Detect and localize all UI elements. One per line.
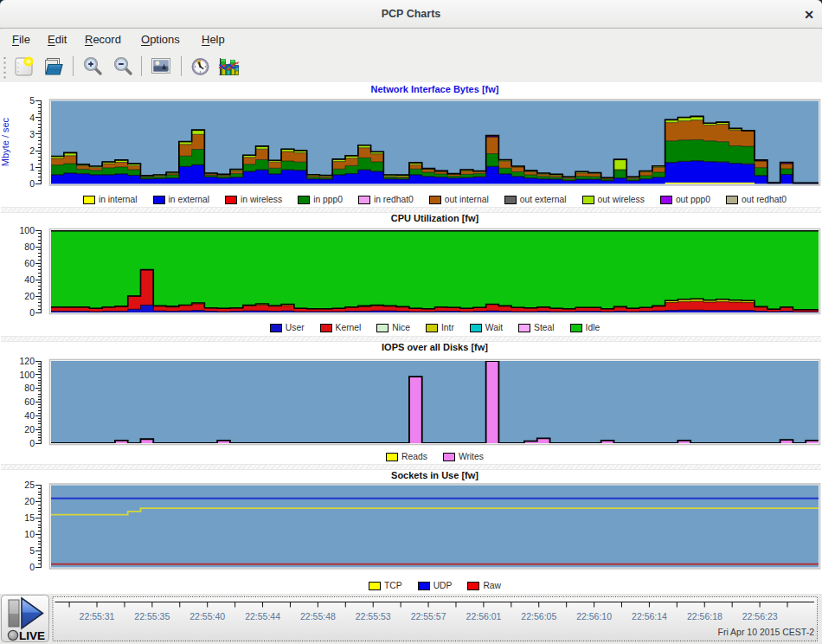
svg-text:5: 5: [29, 545, 35, 556]
svg-text:Fri Apr 10 2015 CEST-2: Fri Apr 10 2015 CEST-2: [718, 627, 815, 637]
svg-text:22:55:57: 22:55:57: [411, 611, 446, 621]
svg-text:Mbyte / sec: Mbyte / sec: [0, 117, 10, 166]
svg-text:40: 40: [24, 410, 35, 421]
svg-text:0: 0: [29, 438, 35, 448]
svg-text:0: 0: [29, 562, 35, 572]
svg-text:20: 20: [24, 424, 35, 435]
svg-text:22:56:18: 22:56:18: [687, 611, 722, 621]
svg-text:2: 2: [29, 145, 35, 156]
svg-text:LIVE: LIVE: [19, 629, 45, 642]
svg-text:22:55:31: 22:55:31: [80, 611, 115, 621]
svg-text:20: 20: [24, 496, 35, 506]
svg-text:4: 4: [29, 113, 35, 123]
svg-text:5: 5: [29, 95, 35, 106]
svg-text:3: 3: [29, 129, 35, 139]
svg-text:22:56:10: 22:56:10: [576, 611, 612, 621]
svg-text:22:56:23: 22:56:23: [742, 611, 778, 621]
svg-text:0: 0: [29, 307, 35, 318]
svg-text:22:56:14: 22:56:14: [632, 611, 667, 621]
svg-text:40: 40: [24, 274, 35, 285]
svg-text:0: 0: [29, 178, 35, 189]
svg-text:15: 15: [24, 512, 35, 523]
svg-text:100: 100: [19, 225, 35, 235]
svg-text:80: 80: [24, 242, 35, 252]
svg-text:60: 60: [24, 258, 35, 268]
svg-text:22:56:01: 22:56:01: [466, 611, 502, 621]
svg-text:22:55:44: 22:55:44: [245, 611, 280, 621]
svg-text:10: 10: [24, 529, 35, 539]
svg-text:100: 100: [19, 370, 35, 380]
svg-text:80: 80: [24, 383, 35, 393]
svg-text:22:55:48: 22:55:48: [300, 611, 336, 621]
svg-text:22:55:35: 22:55:35: [134, 611, 170, 621]
svg-text:25: 25: [24, 480, 35, 490]
svg-text:1: 1: [29, 162, 35, 172]
svg-text:22:55:53: 22:55:53: [356, 611, 391, 621]
svg-text:120: 120: [19, 356, 35, 366]
svg-text:20: 20: [24, 291, 35, 301]
svg-text:22:56:05: 22:56:05: [521, 611, 556, 621]
svg-text:22:55:40: 22:55:40: [189, 611, 225, 621]
svg-text:60: 60: [24, 396, 35, 407]
